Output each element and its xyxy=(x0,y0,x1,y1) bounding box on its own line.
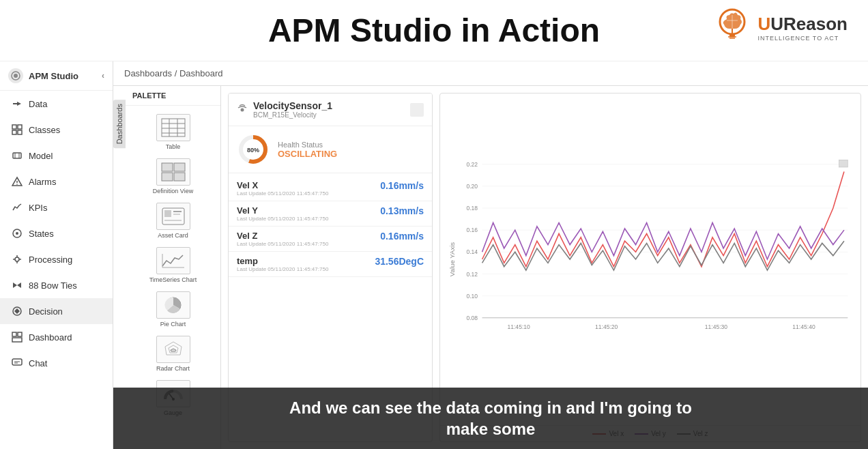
sidebar-item-kpis-label: KPIs xyxy=(29,203,47,213)
svg-text:0.22: 0.22 xyxy=(466,161,478,168)
timeseries-chart-palette-icon xyxy=(156,247,190,274)
logo-brand: UUReason xyxy=(758,14,848,35)
ureason-logo-icon xyxy=(712,7,753,48)
metric-row-vely: Vel Y Last Update 05/11/2020 11:45:47:75… xyxy=(229,201,432,227)
vel-x-line xyxy=(482,171,844,266)
sidebar-item-classes-label: Classes xyxy=(29,125,60,135)
sensor-title-group: VelocitySensor_1 BCM_R15E_Velocity xyxy=(253,100,332,119)
sidebar-item-decision[interactable]: Decision xyxy=(0,298,113,324)
dashboards-tab[interactable]: Dashboards xyxy=(113,100,126,148)
logo-area: UUReason INTELLIGENCE TO ACT xyxy=(712,7,848,48)
svg-text:Value YAxis: Value YAxis xyxy=(448,242,456,276)
asset-card-palette-icon xyxy=(156,203,190,230)
sidebar-item-data[interactable]: Data xyxy=(0,91,113,117)
subtitle-bar: And we can see the data coming in and I'… xyxy=(113,388,868,449)
vel-z-line xyxy=(482,241,844,270)
metric-velz-name: Vel Z xyxy=(237,231,377,241)
metric-temp-name: temp xyxy=(237,256,372,266)
sidebar-item-chat[interactable]: Chat xyxy=(0,350,113,376)
svg-marker-24 xyxy=(13,283,17,288)
svg-point-20 xyxy=(16,184,18,185)
sidebar-item-kpis[interactable]: KPIs xyxy=(0,194,113,220)
health-donut-chart: 80% xyxy=(237,133,270,166)
sidebar-item-processing-label: Processing xyxy=(29,255,72,265)
sidebar-item-classes[interactable]: Classes xyxy=(0,117,113,143)
sidebar-item-chat-label: Chat xyxy=(29,358,47,368)
asset-card-palette-label: Asset Card xyxy=(158,232,188,239)
svg-rect-34 xyxy=(162,119,185,136)
sidebar-item-processing[interactable]: Processing xyxy=(0,246,113,272)
dashboard-icon xyxy=(11,331,23,343)
svg-point-8 xyxy=(14,74,18,78)
chart-container: Value YAxis 0.22 0.20 0.18 0.16 xyxy=(440,93,860,425)
sensor-menu-button[interactable] xyxy=(410,103,424,117)
svg-text:0.14: 0.14 xyxy=(466,249,478,256)
content-area: Dashboards / Dashboard Dashboards PALETT… xyxy=(113,61,868,449)
breadcrumb: Dashboards / Dashboard xyxy=(113,61,868,86)
svg-rect-43 xyxy=(174,173,185,181)
svg-rect-28 xyxy=(12,332,16,336)
svg-rect-42 xyxy=(162,173,173,181)
metric-row-velx: Vel X Last Update 05/11/2020 11:45:47:75… xyxy=(229,176,432,201)
sidebar-collapse-icon[interactable]: ‹ xyxy=(102,71,104,81)
metric-temp-ts: Last Update 05/11/2020 11:45:47:750 xyxy=(237,266,372,272)
metric-vely-ts: Last Update 05/11/2020 11:45:47:750 xyxy=(237,216,377,222)
sidebar-item-alarms[interactable]: Alarms xyxy=(0,169,113,194)
radar-chart-palette-icon xyxy=(156,336,190,363)
svg-rect-14 xyxy=(18,130,22,134)
metric-vely-value: 0.13mm/s xyxy=(380,205,424,216)
svg-point-23 xyxy=(15,257,19,261)
metric-velz-left: Vel Z Last Update 05/11/2020 11:45:47:75… xyxy=(237,231,377,247)
timeseries-chart-svg: Value YAxis 0.22 0.20 0.18 0.16 xyxy=(446,99,855,420)
metric-velx-value: 0.16mm/s xyxy=(380,180,424,191)
sidebar-item-model[interactable]: Model xyxy=(0,143,113,169)
svg-marker-54 xyxy=(171,349,176,351)
health-status-section: 80% Health Status OSCILLATING xyxy=(229,126,432,173)
decision-icon xyxy=(11,305,23,317)
metric-row-temp: temp Last Update 05/11/2020 11:45:47:750… xyxy=(229,252,432,277)
svg-marker-27 xyxy=(14,308,20,314)
palette-items-list: Table Definition View As xyxy=(126,106,220,424)
palette-item-radar-chart[interactable]: Radar Chart xyxy=(128,333,218,375)
subtitle-line2: make some xyxy=(127,418,854,439)
palette-item-pie-chart[interactable]: Pie Chart xyxy=(128,289,218,330)
palette-title: PALETTE xyxy=(126,86,220,106)
metric-temp-left: temp Last Update 05/11/2020 11:45:47:750 xyxy=(237,256,372,272)
svg-text:80%: 80% xyxy=(247,147,259,154)
bowties-icon xyxy=(11,279,23,291)
palette-item-table[interactable]: Table xyxy=(128,111,218,153)
sensor-icon xyxy=(237,103,248,116)
sensor-subtitle: BCM_R15E_Velocity xyxy=(253,111,332,119)
radar-chart-palette-label: Radar Chart xyxy=(156,365,190,372)
page-title: APM Studio in Action xyxy=(268,12,600,49)
metric-rows: Vel X Last Update 05/11/2020 11:45:47:75… xyxy=(229,173,432,280)
sidebar-header[interactable]: APM Studio ‹ xyxy=(0,61,113,91)
metric-velx-left: Vel X Last Update 05/11/2020 11:45:47:75… xyxy=(237,180,377,197)
metric-velz-ts: Last Update 05/11/2020 11:45:47:750 xyxy=(237,241,377,247)
sensor-title: VelocitySensor_1 xyxy=(253,100,332,111)
svg-rect-13 xyxy=(12,130,16,134)
processing-icon xyxy=(11,253,23,265)
sidebar-item-states[interactable]: States xyxy=(0,220,113,246)
svg-point-22 xyxy=(16,232,18,235)
svg-rect-29 xyxy=(18,332,22,336)
palette-item-asset-card[interactable]: Asset Card xyxy=(128,200,218,242)
data-icon xyxy=(11,98,23,110)
logo-tagline: INTELLIGENCE TO ACT xyxy=(758,35,848,42)
sidebar-item-dashboard-label: Dashboard xyxy=(29,332,72,343)
metric-vely-name: Vel Y xyxy=(237,205,377,216)
palette-item-timeseries-chart[interactable]: TimeSeries Chart xyxy=(128,244,218,286)
palette-item-definition-view[interactable]: Definition View xyxy=(128,156,218,197)
model-icon xyxy=(11,149,23,162)
svg-rect-11 xyxy=(12,125,16,129)
sidebar-item-dashboard[interactable]: Dashboard xyxy=(0,324,113,350)
svg-text:0.08: 0.08 xyxy=(466,315,478,321)
health-status-label: Health Status xyxy=(278,141,337,149)
svg-marker-10 xyxy=(17,102,21,106)
svg-text:11:45:40: 11:45:40 xyxy=(792,323,815,330)
chat-icon xyxy=(11,357,23,369)
logo-text: UUReason INTELLIGENCE TO ACT xyxy=(758,14,848,42)
svg-text:11:45:10: 11:45:10 xyxy=(507,323,530,330)
sidebar-item-bowties[interactable]: 88 Bow Ties xyxy=(0,272,113,298)
svg-text:0.16: 0.16 xyxy=(466,227,478,233)
